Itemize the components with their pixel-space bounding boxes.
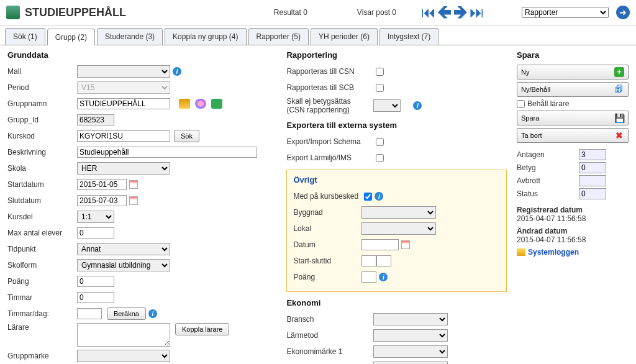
- export-ims-checkbox[interactable]: [376, 154, 384, 162]
- tab-yh[interactable]: YH perioder (6): [311, 28, 378, 45]
- rapportering-title: Rapportering: [286, 50, 507, 60]
- skolform-label: Skolform: [7, 261, 77, 270]
- tab-rapporter[interactable]: Rapporter (5): [248, 28, 309, 45]
- behall-larare-label: Behåll lärare: [527, 99, 569, 108]
- export-ims-label: Export Lärmiljö/IMS: [286, 153, 373, 162]
- maxel-label: Max antal elever: [7, 229, 77, 237]
- ovr-poang-input[interactable]: [361, 271, 376, 283]
- rapporter-select[interactable]: Rapporter: [522, 7, 609, 18]
- calendar-icon[interactable]: [129, 196, 138, 205]
- and-value: 2015-04-07 11:56:58: [517, 235, 629, 244]
- grunddata-title: Grunddata: [7, 50, 276, 60]
- tab-koppla[interactable]: Koppla ny grupp (4): [165, 28, 246, 45]
- info-icon[interactable]: i: [148, 309, 157, 318]
- lokal-select[interactable]: [361, 222, 436, 235]
- period-label: Period: [7, 83, 77, 92]
- export-title: Exportera till externa system: [286, 121, 507, 130]
- copy-icon: 🗐: [614, 84, 624, 94]
- timmardag-input[interactable]: [77, 308, 102, 319]
- ny-button[interactable]: Ny+: [517, 65, 629, 80]
- avbrott-value: [579, 175, 606, 186]
- tab-sok[interactable]: Sök (1): [5, 28, 45, 45]
- phone-icon[interactable]: [211, 99, 222, 109]
- skall-select[interactable]: [373, 99, 401, 112]
- tab-studerande[interactable]: Studerande (3): [97, 28, 163, 45]
- last-icon[interactable]: ⏭: [470, 4, 484, 21]
- larmetod-select[interactable]: [373, 329, 448, 342]
- behall-larare-checkbox[interactable]: [517, 100, 525, 108]
- info-icon[interactable]: i: [379, 273, 388, 281]
- systemloggen-link[interactable]: Systemloggen: [517, 248, 629, 257]
- page-title: STUDIEUPPEHÅLL: [25, 6, 126, 19]
- timmardag-label: Timmar/dag:: [7, 309, 77, 318]
- info-icon[interactable]: i: [413, 101, 422, 110]
- mall-select[interactable]: [77, 65, 170, 78]
- calendar-icon[interactable]: [401, 240, 410, 249]
- berakna-button[interactable]: Beräkna: [107, 307, 146, 320]
- calendar-icon[interactable]: [129, 180, 138, 189]
- visar-label: Visar post 0: [357, 8, 396, 17]
- prev-icon[interactable]: 🡸: [437, 4, 452, 21]
- starttid-to-input[interactable]: [376, 255, 391, 266]
- poang-label: Poäng: [7, 277, 77, 286]
- tidpunkt-select[interactable]: Annat: [77, 243, 170, 255]
- tabort-button[interactable]: Ta bort✖: [517, 128, 629, 143]
- gruppnamn-input[interactable]: [77, 98, 170, 109]
- spara-button[interactable]: Spara💾: [517, 111, 629, 125]
- status-value: [579, 188, 606, 199]
- sok-button[interactable]: Sök: [174, 130, 199, 142]
- palette-icon[interactable]: [195, 99, 206, 109]
- skolform-select[interactable]: Gymnasial utbildning: [77, 259, 170, 271]
- period-select[interactable]: V15: [77, 81, 170, 94]
- tab-intygstext[interactable]: Intygstext (7): [379, 28, 438, 45]
- folder-icon: [517, 248, 525, 256]
- scb-label: Rapporteras till SCB: [286, 83, 373, 92]
- mall-label: Mall: [7, 67, 77, 76]
- lokal-label: Lokal: [293, 224, 361, 233]
- first-icon[interactable]: ⏮: [421, 4, 436, 21]
- bygg-select[interactable]: [361, 206, 436, 219]
- skola-select[interactable]: HER: [77, 162, 170, 175]
- starttid-label: Start-sluttid: [293, 257, 361, 265]
- e2-select[interactable]: [373, 362, 448, 364]
- start-label: Startdatum: [7, 180, 77, 189]
- go-button[interactable]: ➜: [616, 6, 630, 19]
- starttid-from-input[interactable]: [361, 255, 376, 266]
- larare-textarea[interactable]: [77, 323, 170, 347]
- export-schema-checkbox[interactable]: [376, 138, 384, 146]
- nybehall-button[interactable]: Ny/Behåll🗐: [517, 82, 629, 97]
- antagen-value: [579, 149, 606, 160]
- poang-input[interactable]: [77, 276, 114, 287]
- timmar-label: Timmar: [7, 293, 77, 302]
- next-icon[interactable]: 🡺: [453, 4, 468, 21]
- and-title: Ändrad datum: [517, 227, 629, 235]
- picture-icon[interactable]: [179, 99, 190, 109]
- scb-checkbox[interactable]: [376, 84, 384, 92]
- export-schema-label: Export/Import Schema: [286, 137, 373, 146]
- datum-input[interactable]: [361, 239, 399, 250]
- gruppnamn-label: Gruppnamn: [7, 99, 77, 108]
- timmar-input[interactable]: [77, 292, 114, 303]
- info-icon[interactable]: i: [375, 192, 383, 201]
- tab-grupp[interactable]: Grupp (2): [47, 29, 95, 45]
- maxel-input[interactable]: [77, 227, 114, 239]
- larmetod-label: Lärmetod: [286, 331, 373, 340]
- kurskod-input[interactable]: [77, 130, 170, 142]
- slut-input[interactable]: [77, 195, 127, 206]
- antagen-label: Antagen: [517, 150, 579, 159]
- start-input[interactable]: [77, 179, 127, 190]
- med-checkbox[interactable]: [364, 193, 372, 201]
- e1-select[interactable]: [373, 345, 448, 358]
- datum-label: Datum: [293, 240, 361, 249]
- info-icon[interactable]: i: [173, 67, 181, 76]
- csn-checkbox[interactable]: [376, 68, 384, 76]
- status-label: Status: [517, 189, 579, 198]
- gruppmarke-select[interactable]: [77, 350, 170, 362]
- beskr-input[interactable]: [77, 147, 257, 158]
- kursdel-select[interactable]: 1:1: [77, 211, 114, 223]
- betyg-label: Betyg: [517, 163, 579, 172]
- ekonomi-title: Ekonomi: [286, 298, 507, 307]
- koppla-larare-button[interactable]: Koppla lärare: [175, 323, 229, 335]
- bransch-select[interactable]: [373, 313, 448, 325]
- skola-label: Skola: [7, 164, 77, 173]
